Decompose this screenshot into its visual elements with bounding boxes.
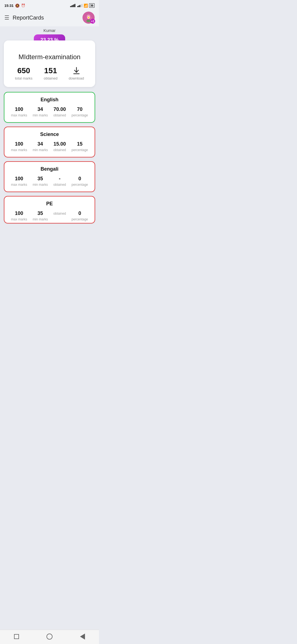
mute-icon: 🔕 — [15, 4, 20, 8]
subject-name-science: Science — [8, 132, 91, 137]
exam-title: MIdterm-examination — [9, 53, 90, 61]
alarm-icon: ⏰ — [21, 4, 25, 7]
total-marks-stat: 650 total marks — [15, 66, 32, 80]
app-bar: ☰ ReportCards +1 — [0, 10, 99, 26]
science-percentage: 15 percentage — [72, 141, 88, 152]
status-time: 15:31 🔕 ⏰ — [4, 4, 25, 8]
bengali-percentage: 0 percentage — [72, 176, 88, 187]
subjects-list: English 100 max marks 34 min marks 70.00… — [4, 92, 95, 223]
subject-card-english: English 100 max marks 34 min marks 70.00… — [4, 92, 95, 123]
svg-point-6 — [88, 17, 89, 18]
english-max-marks: 100 max marks — [11, 107, 27, 117]
bengali-max-marks: 100 max marks — [11, 176, 27, 187]
main-content: Kumar 23.23 % MIdterm-examination 650 to… — [0, 26, 99, 245]
signal-icon-2 — [77, 4, 82, 7]
obtained-label: obtained — [44, 76, 57, 80]
menu-icon[interactable]: ☰ — [4, 14, 9, 21]
subject-name-bengali: Bengali — [8, 166, 91, 172]
status-bar: 15:31 🔕 ⏰ 📶 36 — [0, 0, 99, 10]
english-percentage: 70 percentage — [72, 107, 88, 117]
subject-stats-bengali: 100 max marks 35 min marks - obtained 0 … — [8, 176, 91, 187]
wifi-icon: 📶 — [84, 4, 88, 8]
subject-card-bengali: Bengali 100 max marks 35 min marks - obt… — [4, 161, 95, 192]
subject-stats-science: 100 max marks 34 min marks 15.00 obtaine… — [8, 141, 91, 152]
obtained-value: 151 — [44, 66, 57, 75]
status-icons: 📶 36 — [70, 3, 95, 8]
subject-card-pe: PE 100 max marks 35 min marks obtained 0… — [4, 196, 95, 223]
science-max-marks: 100 max marks — [11, 141, 27, 152]
english-min-marks: 34 min marks — [33, 107, 48, 117]
avatar-wrapper[interactable]: +1 — [82, 12, 95, 24]
avatar-badge: +1 — [90, 19, 95, 24]
signal-icon — [70, 4, 75, 7]
subject-name-english: English — [8, 97, 91, 103]
pe-percentage: 0 percentage — [72, 211, 88, 221]
total-marks-value: 650 — [17, 66, 30, 75]
science-min-marks: 34 min marks — [33, 141, 48, 152]
subject-name-pe: PE — [8, 201, 91, 207]
summary-stats: 650 total marks 151 obtained download — [9, 66, 90, 80]
app-title: ReportCards — [13, 15, 44, 21]
subject-card-science: Science 100 max marks 34 min marks 15.00… — [4, 127, 95, 157]
total-marks-label: total marks — [15, 76, 32, 80]
bengali-obtained: - obtained — [53, 176, 66, 187]
obtained-stat: 151 obtained — [44, 66, 57, 80]
app-bar-left: ☰ ReportCards — [4, 14, 44, 21]
subject-stats-english: 100 max marks 34 min marks 70.00 obtaine… — [8, 107, 91, 117]
science-obtained: 15.00 obtained — [53, 141, 66, 152]
english-obtained: 70.00 obtained — [53, 107, 66, 117]
download-label: download — [69, 76, 84, 80]
student-name: Kumar — [4, 26, 95, 33]
pe-obtained: obtained — [53, 211, 66, 215]
download-icon — [72, 66, 81, 75]
download-button[interactable]: download — [69, 66, 84, 80]
bengali-min-marks: 35 min marks — [33, 176, 48, 187]
pe-max-marks: 100 max marks — [11, 211, 27, 221]
pe-min-marks: 35 min marks — [33, 211, 48, 221]
summary-card: MIdterm-examination 650 total marks 151 … — [4, 40, 95, 87]
subject-stats-pe: 100 max marks 35 min marks obtained 0 pe… — [8, 211, 91, 221]
battery-icon: 36 — [89, 3, 95, 8]
